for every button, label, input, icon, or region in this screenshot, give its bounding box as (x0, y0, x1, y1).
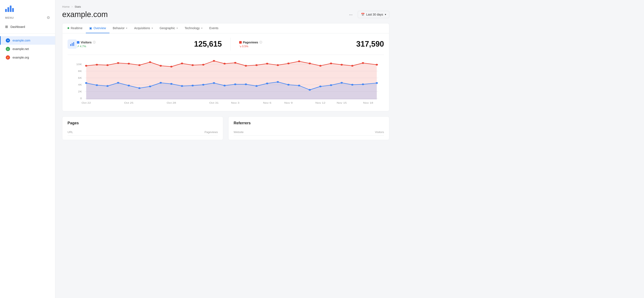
svg-text:Nov 18: Nov 18 (363, 101, 373, 104)
gear-icon[interactable]: ⚙ (47, 15, 50, 20)
referrers-visitors-col: Visitors (375, 130, 384, 134)
svg-point-16 (96, 64, 98, 65)
svg-point-46 (117, 82, 119, 84)
dashboard-label: Dashboard (10, 25, 25, 28)
svg-point-43 (85, 82, 87, 84)
sidebar-item-example-org[interactable]: ⚡ example.org (0, 53, 55, 62)
tab-events[interactable]: Events (206, 23, 222, 33)
pages-table-header: URL Pageviews (68, 129, 218, 136)
svg-point-53 (192, 85, 194, 86)
dashboard-icon: ⊞ (5, 25, 8, 29)
svg-text:6K: 6K (78, 77, 82, 79)
svg-rect-2 (73, 42, 74, 46)
svg-point-51 (170, 83, 172, 85)
geographic-chevron: ▾ (176, 27, 178, 29)
svg-text:8K: 8K (78, 70, 82, 73)
pageviews-value: 317,590 (266, 39, 384, 48)
pages-card: Pages URL Pageviews (62, 116, 223, 140)
tab-behavior-label: Behavior (113, 26, 124, 30)
tab-geographic[interactable]: Geographic ▾ (156, 23, 181, 33)
date-range-label: Last 30 days (366, 13, 383, 16)
tab-geographic-label: Geographic (160, 26, 175, 30)
svg-point-60 (266, 83, 268, 84)
sidebar-item-example-com[interactable]: ✦ example.com (0, 36, 55, 45)
pageviews-change: ↘ 0.5% (239, 45, 262, 48)
site-label-example-net: example.net (12, 47, 29, 51)
more-options-button[interactable]: ··· (347, 11, 354, 18)
tab-realtime[interactable]: Realtime (64, 23, 86, 33)
metrics-row: Visitors ⓘ ↗ 4.7% 125,615 (68, 38, 384, 55)
svg-point-50 (160, 82, 162, 84)
site-dot-example-org: ⚡ (6, 55, 10, 60)
svg-point-27 (213, 60, 215, 62)
svg-point-54 (202, 84, 204, 86)
pages-pageviews-col: Pageviews (204, 130, 218, 134)
page-header: example.com ··· 📅 Last 30 days ▾ (62, 10, 389, 19)
svg-point-47 (128, 85, 130, 86)
visitors-color-dot (77, 41, 80, 44)
sidebar-item-example-net[interactable]: ◎ example.net (0, 45, 55, 53)
site-label-example-com: example.com (12, 39, 30, 42)
stats-card: Visitors ⓘ ↗ 4.7% 125,615 (62, 33, 389, 111)
realtime-dot (68, 27, 69, 29)
svg-point-37 (319, 65, 322, 67)
tab-behavior[interactable]: Behavior ▾ (110, 23, 131, 33)
sidebar-item-dashboard[interactable]: ⊞ Dashboard (0, 22, 55, 31)
svg-point-48 (138, 87, 140, 89)
tab-overview[interactable]: ▣ Overview (86, 23, 109, 33)
visitors-info-icon[interactable]: ⓘ (93, 40, 96, 44)
svg-point-28 (224, 63, 226, 64)
visitors-change: ↗ 4.7% (77, 45, 96, 48)
svg-point-62 (287, 84, 290, 86)
svg-point-19 (128, 63, 130, 64)
svg-point-67 (340, 82, 343, 84)
svg-text:Nov 6: Nov 6 (263, 101, 271, 104)
page-title: example.com (62, 10, 108, 19)
svg-point-49 (149, 86, 151, 87)
overview-icon: ▣ (89, 26, 92, 30)
svg-point-22 (160, 65, 162, 67)
sidebar-menu-row: MENU ⚙ (0, 14, 55, 22)
svg-point-25 (192, 64, 194, 66)
svg-point-39 (340, 64, 343, 65)
sidebar-divider (0, 33, 55, 34)
svg-point-52 (181, 85, 183, 87)
visitors-name: Visitors (81, 41, 92, 44)
svg-point-17 (106, 64, 108, 66)
svg-point-32 (266, 63, 268, 64)
svg-point-63 (298, 85, 300, 86)
svg-point-59 (255, 85, 258, 87)
svg-text:Oct 25: Oct 25 (124, 101, 134, 104)
date-range-button[interactable]: 📅 Last 30 days ▾ (358, 11, 389, 18)
referrers-website-col: Website (234, 130, 244, 134)
pageviews-info-icon[interactable]: ⓘ (260, 40, 262, 44)
referrers-card: Referrers Website Visitors (228, 116, 389, 140)
svg-point-64 (308, 89, 311, 91)
logo-bar-1 (5, 9, 7, 12)
tab-overview-label: Overview (94, 26, 106, 30)
sidebar: MENU ⚙ ⊞ Dashboard ✦ example.com ◎ examp… (0, 0, 55, 298)
svg-point-18 (117, 62, 119, 64)
svg-point-30 (245, 65, 247, 67)
pages-url-col: URL (68, 130, 73, 134)
svg-point-44 (96, 84, 98, 86)
svg-point-56 (224, 85, 226, 86)
svg-point-61 (277, 81, 279, 83)
svg-text:Nov 3: Nov 3 (231, 101, 239, 104)
svg-text:Nov 9: Nov 9 (284, 101, 292, 104)
svg-point-55 (213, 82, 215, 84)
svg-point-68 (351, 84, 354, 86)
tab-technology[interactable]: Technology ▾ (181, 23, 206, 33)
breadcrumb-home[interactable]: Home (62, 5, 70, 8)
svg-point-69 (362, 83, 364, 85)
bottom-row: Pages URL Pageviews Referrers Website Vi… (62, 116, 389, 140)
technology-chevron: ▾ (201, 27, 202, 29)
svg-rect-0 (70, 44, 71, 46)
pageviews-down-arrow: ↘ (239, 45, 242, 48)
tab-acquisitions[interactable]: Acquisitions ▾ (131, 23, 156, 33)
tab-acquisitions-label: Acquisitions (134, 26, 150, 30)
visitors-info: Visitors ⓘ ↗ 4.7% (77, 40, 96, 48)
visitors-value: 125,615 (100, 39, 222, 48)
visitors-label-row: Visitors ⓘ (77, 40, 96, 44)
svg-text:Oct 22: Oct 22 (82, 101, 91, 104)
